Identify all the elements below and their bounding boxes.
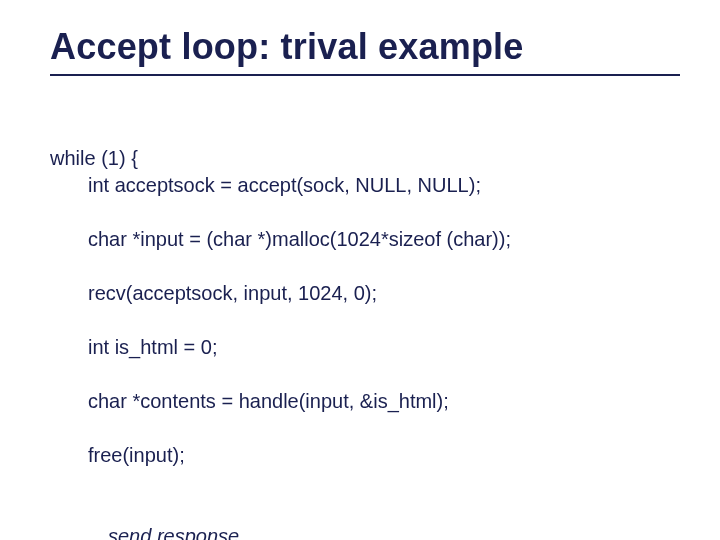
code-line: recv(acceptsock, input, 1024, 0); [50, 280, 680, 307]
code-line: int acceptsock = accept(sock, NULL, NULL… [50, 172, 680, 199]
code-line: int is_html = 0; [50, 334, 680, 361]
code-line: char *contents = handle(input, &is_html)… [50, 388, 680, 415]
code-block: while (1) { int acceptsock = accept(sock… [50, 118, 680, 540]
code-comment: …send response… [50, 523, 680, 540]
code-line: while (1) { [50, 147, 138, 169]
title-underline [50, 74, 680, 76]
code-line: char *input = (char *)malloc(1024*sizeof… [50, 226, 680, 253]
slide: Accept loop: trival example while (1) { … [0, 0, 720, 540]
code-line: free(input); [50, 442, 680, 469]
slide-title: Accept loop: trival example [50, 26, 680, 68]
